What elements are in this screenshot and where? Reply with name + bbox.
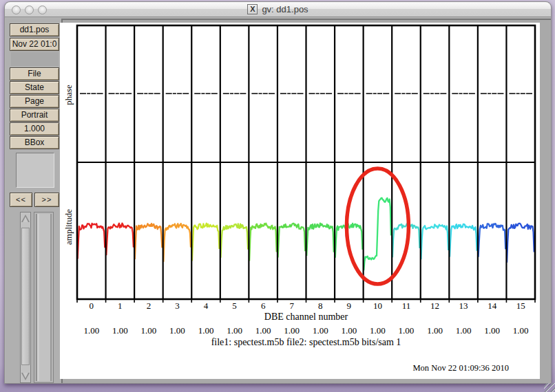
- channel-value-label: 1.00: [135, 325, 163, 336]
- amplitude-trace-ch15: [507, 224, 534, 263]
- channel-number-label: 9: [335, 301, 363, 312]
- amplitude-trace-ch5: [221, 224, 249, 257]
- amplitude-trace-ch7: [278, 224, 306, 257]
- channel-value-label: 1.00: [163, 325, 191, 336]
- amplitude-trace-ch13: [450, 224, 477, 257]
- channel-value-label: 1.00: [106, 325, 134, 336]
- close-button[interactable]: [12, 6, 21, 14]
- menu-state-button[interactable]: State: [10, 81, 59, 94]
- scrollbar-thumb[interactable]: [36, 214, 52, 381]
- next-page-button[interactable]: >>: [34, 193, 59, 207]
- phase-axis-label: phase: [63, 71, 74, 119]
- channel-value-label: 1.00: [78, 325, 105, 336]
- amplitude-axis-label: amplitude: [63, 203, 74, 251]
- bbox-button[interactable]: BBox: [10, 136, 59, 149]
- channel-value-label: 1.00: [479, 325, 506, 336]
- channel-value-label: 1.00: [507, 325, 534, 336]
- amplitude-trace-ch8: [306, 224, 334, 256]
- channel-number-label: 5: [221, 301, 249, 312]
- menu-file-button[interactable]: File: [10, 67, 59, 80]
- orientation-button[interactable]: Portrait: [10, 109, 59, 122]
- menu-page-button[interactable]: Page: [10, 95, 59, 108]
- amplitude-trace-ch3: [163, 224, 191, 262]
- channel-value-label: 1.00: [192, 325, 220, 336]
- channel-number-label: 1: [106, 301, 134, 312]
- channel-number-label: 4: [192, 301, 220, 312]
- file-date-button[interactable]: Nov 22 01:0: [10, 38, 59, 51]
- amplitude-trace-ch0: [78, 224, 105, 259]
- title-bar[interactable]: X gv: dd1.pos: [5, 2, 551, 17]
- channel-number-label: 11: [392, 301, 420, 312]
- scale-button[interactable]: 1.000: [10, 122, 59, 135]
- minimize-button[interactable]: [25, 6, 34, 14]
- slider-thumb[interactable]: [21, 228, 30, 365]
- slider-up-arrow-icon[interactable]: [21, 215, 30, 222]
- channel-value-label: 1.00: [335, 325, 363, 336]
- postscript-page[interactable]: phase amplitude 0123456789101112131415 1…: [60, 23, 540, 379]
- amplitude-trace-ch6: [249, 224, 277, 261]
- channel-number-label: 14: [479, 301, 506, 312]
- channel-value-label: 1.00: [249, 325, 277, 336]
- channel-number-label: 8: [306, 301, 334, 312]
- window-title: gv: dd1.pos: [262, 4, 308, 14]
- channel-number-label: 3: [163, 301, 191, 312]
- slider-down-arrow-icon[interactable]: [21, 373, 30, 380]
- channel-number-label: 0: [78, 301, 105, 312]
- channel-value-label: 1.00: [392, 325, 420, 336]
- sidebar-blank-panel: [11, 52, 59, 66]
- vertical-slider[interactable]: [20, 212, 31, 383]
- amplitude-trace-ch2: [135, 224, 163, 259]
- file-info-caption: file1: spectest.m5b file2: spectest.m5b …: [77, 337, 535, 348]
- prev-page-button[interactable]: <<: [10, 193, 32, 207]
- timestamp-caption: Mon Nov 22 01:09:36 2010: [337, 363, 509, 373]
- amplitude-trace-ch12: [421, 224, 449, 259]
- resize-grip-icon[interactable]: [544, 383, 555, 392]
- channel-value-label: 1.00: [221, 325, 249, 336]
- amplitude-trace-ch1: [106, 224, 134, 256]
- amplitude-trace-ch10: [364, 198, 391, 270]
- channel-number-label: 10: [364, 301, 391, 312]
- channel-number-label: 7: [278, 301, 306, 312]
- amplitude-trace-ch14: [479, 224, 506, 257]
- channel-value-label: 1.00: [278, 325, 306, 336]
- channel-number-label: 2: [135, 301, 163, 312]
- channel-number-label: 6: [249, 301, 277, 312]
- sidebar: dd1.pos Nov 22 01:0 File State Page Port…: [6, 19, 64, 383]
- filename-button[interactable]: dd1.pos: [10, 23, 59, 36]
- channel-number-label: 13: [450, 301, 477, 312]
- channel-number-label: 15: [507, 301, 534, 312]
- channel-value-label: 1.00: [421, 325, 449, 336]
- zoom-button[interactable]: [38, 6, 47, 14]
- channel-value-label: 1.00: [364, 325, 391, 336]
- x-axis-title: DBE channel number: [77, 312, 535, 323]
- channel-value-label: 1.00: [306, 325, 334, 336]
- channel-number-label: 12: [421, 301, 449, 312]
- amplitude-trace-ch4: [192, 224, 220, 261]
- x11-app-icon: X: [247, 4, 258, 14]
- vertical-scrollbar[interactable]: [34, 212, 54, 383]
- channel-value-label: 1.00: [450, 325, 477, 336]
- page-list-panel[interactable]: [16, 153, 54, 188]
